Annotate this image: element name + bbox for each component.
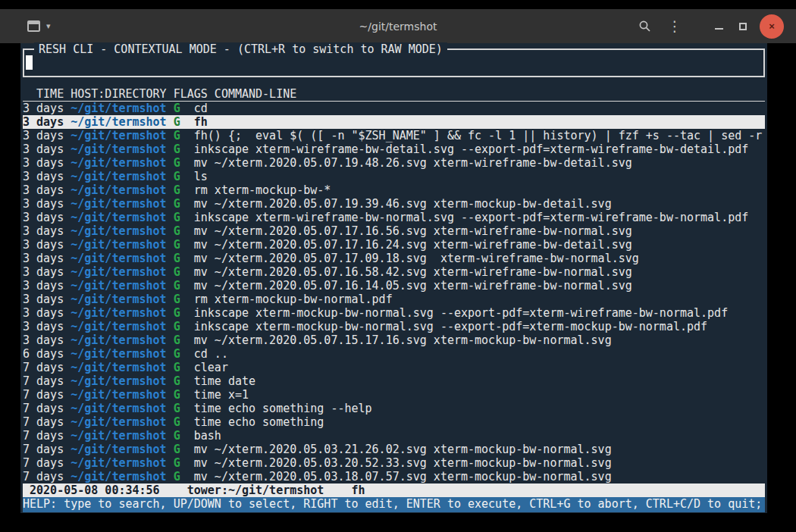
- restore-icon: [739, 23, 747, 30]
- history-row[interactable]: 7 days ~/git/termshot G mv ~/xterm.2020.…: [23, 456, 765, 470]
- history-row[interactable]: 7 days ~/git/termshot G time date: [23, 374, 765, 388]
- history-row[interactable]: 3 days ~/git/termshot G mv ~/xterm.2020.…: [23, 279, 765, 293]
- history-row[interactable]: 3 days ~/git/termshot G fh: [23, 115, 765, 129]
- minimize-button[interactable]: [707, 14, 731, 39]
- row-time: 7 days: [23, 388, 64, 402]
- row-time: 3 days: [23, 211, 64, 224]
- row-directory: ~/git/termshot: [71, 197, 166, 211]
- row-flags: G: [174, 402, 180, 415]
- row-command: time echo something: [194, 415, 324, 429]
- row-command: mv ~/xterm.2020.05.07.19.39.46.svg xterm…: [194, 197, 612, 211]
- history-row[interactable]: 3 days ~/git/termshot G ls: [23, 170, 765, 183]
- row-time: 7 days: [23, 415, 64, 429]
- history-row[interactable]: 7 days ~/git/termshot G bash: [23, 429, 765, 443]
- status-time: 2020-05-08 00:34:56: [30, 483, 160, 497]
- row-directory: ~/git/termshot: [71, 470, 166, 483]
- history-row[interactable]: 3 days ~/git/termshot G rm xterm-mockup-…: [23, 293, 765, 306]
- history-row[interactable]: 7 days ~/git/termshot G mv ~/xterm.2020.…: [23, 443, 765, 456]
- row-directory: ~/git/termshot: [71, 361, 166, 374]
- row-time: 3 days: [23, 183, 64, 197]
- row-time: 3 days: [23, 293, 64, 306]
- history-row[interactable]: 7 days ~/git/termshot G time echo someth…: [23, 415, 765, 429]
- row-directory: ~/git/termshot: [71, 265, 166, 279]
- row-flags: G: [174, 388, 180, 402]
- row-command: time x=1: [194, 388, 249, 402]
- row-directory: ~/git/termshot: [71, 443, 166, 456]
- row-directory: ~/git/termshot: [71, 183, 166, 197]
- row-time: 6 days: [23, 347, 64, 361]
- terminal-screen[interactable]: RESH CLI - CONTEXTUAL MODE - (CTRL+R to …: [20, 43, 767, 513]
- row-command: bash: [194, 429, 221, 443]
- row-command: fh: [194, 115, 208, 129]
- history-row[interactable]: 3 days ~/git/termshot G mv ~/xterm.2020.…: [23, 238, 765, 252]
- history-row[interactable]: 3 days ~/git/termshot G mv ~/xterm.2020.…: [23, 197, 765, 211]
- row-time: 7 days: [23, 429, 64, 443]
- row-command: mv ~/xterm.2020.05.07.17.09.18.svg xterm…: [194, 252, 639, 265]
- row-flags: G: [174, 252, 180, 265]
- history-row[interactable]: 3 days ~/git/termshot G mv ~/xterm.2020.…: [23, 224, 765, 238]
- row-command: fh() {; eval $( ([ -n "$ZSH_NAME" ] && f…: [194, 129, 763, 142]
- history-row[interactable]: 7 days ~/git/termshot G mv ~/xterm.2020.…: [23, 470, 765, 483]
- row-command: mv ~/xterm.2020.05.07.19.48.26.svg xterm…: [194, 156, 632, 170]
- row-flags: G: [174, 443, 180, 456]
- search-box-title: RESH CLI - CONTEXTUAL MODE - (CTRL+R to …: [34, 42, 447, 57]
- row-time: 3 days: [23, 333, 64, 347]
- row-directory: ~/git/termshot: [71, 388, 166, 402]
- history-row[interactable]: 7 days ~/git/termshot G clear: [23, 361, 765, 374]
- row-command: inkscape xterm-mockup-bw-normal.svg --ex…: [194, 320, 707, 333]
- row-flags: G: [174, 456, 180, 470]
- restore-button[interactable]: [731, 14, 755, 39]
- history-row[interactable]: 3 days ~/git/termshot G mv ~/xterm.2020.…: [23, 333, 765, 347]
- row-directory: ~/git/termshot: [71, 238, 166, 252]
- row-flags: G: [174, 293, 180, 306]
- history-row[interactable]: 6 days ~/git/termshot G cd ..: [23, 347, 765, 361]
- row-directory: ~/git/termshot: [71, 156, 166, 170]
- search-box[interactable]: RESH CLI - CONTEXTUAL MODE - (CTRL+R to …: [23, 49, 765, 77]
- row-time: 7 days: [23, 456, 64, 470]
- history-row[interactable]: 7 days ~/git/termshot G time x=1: [23, 388, 765, 402]
- row-flags: G: [174, 333, 180, 347]
- history-row[interactable]: 3 days ~/git/termshot G inkscape xterm-m…: [23, 320, 765, 333]
- search-icon: [638, 20, 651, 33]
- history-list: 3 days ~/git/termshot G cd3 days ~/git/t…: [23, 102, 765, 483]
- history-row[interactable]: 3 days ~/git/termshot G fh() {; eval $( …: [23, 129, 765, 142]
- row-time: 7 days: [23, 470, 64, 483]
- row-directory: ~/git/termshot: [71, 306, 166, 320]
- row-command: inkscape xterm-mockup-bw-normal.svg --ex…: [194, 306, 728, 320]
- row-directory: ~/git/termshot: [71, 129, 166, 142]
- history-row[interactable]: 3 days ~/git/termshot G inkscape xterm-w…: [23, 211, 765, 224]
- row-time: 3 days: [23, 265, 64, 279]
- help-bar: HELP: type to search, UP/DOWN to select,…: [23, 497, 765, 512]
- row-directory: ~/git/termshot: [71, 170, 166, 183]
- search-button[interactable]: [632, 14, 657, 39]
- row-command: mv ~/xterm.2020.05.03.20.52.33.svg xterm…: [194, 456, 612, 470]
- row-flags: G: [174, 470, 180, 483]
- history-row[interactable]: 3 days ~/git/termshot G inkscape xterm-m…: [23, 306, 765, 320]
- row-command: time date: [194, 374, 255, 388]
- row-time: 3 days: [23, 142, 64, 156]
- history-row[interactable]: 3 days ~/git/termshot G rm xterm-mockup-…: [23, 183, 765, 197]
- row-time: 3 days: [23, 306, 64, 320]
- row-flags: G: [174, 361, 180, 374]
- row-flags: G: [174, 156, 180, 170]
- kebab-menu-icon: ⋮: [668, 19, 682, 33]
- history-row[interactable]: 3 days ~/git/termshot G mv ~/xterm.2020.…: [23, 252, 765, 265]
- history-row[interactable]: 3 days ~/git/termshot G inkscape xterm-w…: [23, 142, 765, 156]
- row-command: rm xterm-mockup-bw-normal.pdf: [194, 293, 393, 306]
- history-row[interactable]: 3 days ~/git/termshot G mv ~/xterm.2020.…: [23, 265, 765, 279]
- history-row[interactable]: 3 days ~/git/termshot G mv ~/xterm.2020.…: [23, 156, 765, 170]
- row-flags: G: [174, 320, 180, 333]
- row-time: 3 days: [23, 197, 64, 211]
- minimize-icon: [715, 28, 723, 30]
- history-row[interactable]: 3 days ~/git/termshot G cd: [23, 102, 765, 115]
- menu-button[interactable]: ⋮: [663, 14, 687, 39]
- row-command: mv ~/xterm.2020.05.03.21.26.02.svg xterm…: [194, 443, 612, 456]
- row-time: 3 days: [23, 279, 64, 293]
- close-button[interactable]: ×: [760, 14, 784, 39]
- row-flags: G: [174, 265, 180, 279]
- row-command: cd: [194, 102, 208, 115]
- history-row[interactable]: 7 days ~/git/termshot G time echo someth…: [23, 402, 765, 415]
- row-command: time echo something --help: [194, 402, 372, 415]
- close-icon: ×: [769, 21, 775, 31]
- row-directory: ~/git/termshot: [71, 429, 166, 443]
